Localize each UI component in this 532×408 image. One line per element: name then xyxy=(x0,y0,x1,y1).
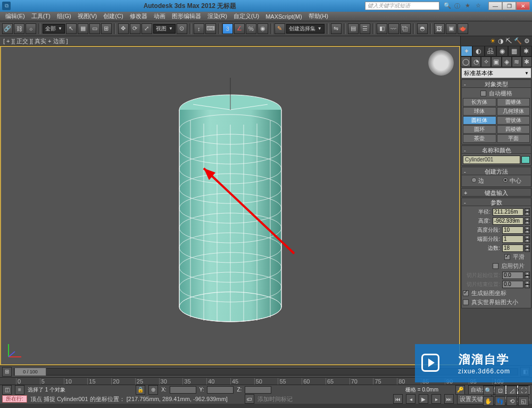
lock-icon[interactable]: 🔒 xyxy=(136,385,145,395)
curve-editor-icon[interactable]: 〰 xyxy=(388,23,399,34)
star-icon[interactable]: ★ xyxy=(465,2,472,10)
coord-x-input[interactable] xyxy=(170,386,196,394)
render-setup-icon[interactable]: 🖼 xyxy=(434,23,445,34)
menu-graph[interactable]: 图形编辑器 xyxy=(169,12,204,20)
object-name-input[interactable]: Cylinder001 xyxy=(463,156,520,164)
layer-icon[interactable]: ☰ xyxy=(360,23,370,34)
next-frame-icon[interactable]: ▸ xyxy=(431,394,441,404)
schematic-icon[interactable]: ⿻ xyxy=(400,23,411,34)
btn-torus[interactable]: 圆环 xyxy=(463,125,496,134)
menu-help[interactable]: 帮助(H) xyxy=(305,12,331,20)
menu-view[interactable]: 视图(V) xyxy=(74,12,101,20)
play-icon[interactable]: ▶ xyxy=(419,394,428,404)
zoom-extents-icon[interactable]: ⛶ xyxy=(518,386,529,395)
material-editor-icon[interactable]: ◓ xyxy=(417,23,428,34)
ref-coord-dropdown[interactable]: 视图 xyxy=(153,24,176,34)
manipulate-icon[interactable]: ↕ xyxy=(194,23,204,34)
time-slider-thumb[interactable]: 0 / 100 xyxy=(14,368,46,376)
pivot-icon[interactable]: ⊙ xyxy=(177,23,187,34)
tab-hierarchy[interactable]: 品 xyxy=(485,46,496,56)
angle-snap-icon[interactable]: ∠ xyxy=(234,23,245,34)
render-frame-icon[interactable]: ▣ xyxy=(446,23,456,34)
autogrid-checkbox[interactable] xyxy=(480,91,486,96)
radius-input[interactable]: 211.216m xyxy=(493,208,523,216)
menu-modifiers[interactable]: 修改器 xyxy=(127,12,151,20)
snap-toggle-icon[interactable]: 3 xyxy=(222,23,233,34)
unlink-icon[interactable]: ⛓ xyxy=(14,23,24,34)
edit-named-sel-icon[interactable]: ✎ xyxy=(275,23,285,34)
tab-motion[interactable]: ◉ xyxy=(496,46,508,56)
light-icon[interactable]: ☀ xyxy=(490,37,496,45)
coord-y-input[interactable] xyxy=(207,386,234,394)
compass-icon[interactable]: ◑ xyxy=(498,37,503,45)
subtab-helpers[interactable]: ◈ xyxy=(502,56,512,67)
orbit-icon[interactable]: ⟲ xyxy=(506,396,517,406)
genuv-checkbox[interactable] xyxy=(463,290,469,296)
close-button[interactable]: ✕ xyxy=(516,2,530,10)
named-sel-dropdown[interactable]: 创建选择集 xyxy=(286,24,325,34)
btn-tube[interactable]: 管状体 xyxy=(497,116,530,125)
tab-utilities[interactable]: ✱ xyxy=(520,46,532,56)
hammer-icon[interactable]: 🔨 xyxy=(514,37,522,45)
rotate-icon[interactable]: ⟳ xyxy=(130,23,140,34)
btn-box[interactable]: 长方体 xyxy=(463,98,496,107)
heightseg-input[interactable]: 10 xyxy=(502,226,523,234)
subtab-geometry[interactable]: ◯ xyxy=(461,56,471,67)
gear-icon[interactable]: ⚙ xyxy=(524,37,530,45)
pan-icon[interactable]: ✋ xyxy=(483,396,494,406)
realworld-checkbox[interactable] xyxy=(463,299,469,305)
subtab-spacewarps[interactable]: ≋ xyxy=(512,56,522,67)
subtab-systems[interactable]: ✱ xyxy=(522,56,532,67)
section-head-method[interactable]: -创建方法 xyxy=(461,167,531,175)
timeline-config-icon[interactable]: ⊞ xyxy=(2,367,12,377)
spinner-snap-icon[interactable]: ◉ xyxy=(257,23,268,34)
goto-start-icon[interactable]: ⏮ xyxy=(393,394,403,404)
tag-icon[interactable]: 🏷 xyxy=(245,394,254,404)
zoom-icon[interactable]: 🔍 xyxy=(483,386,494,395)
subtab-lights[interactable]: ✧ xyxy=(481,56,491,67)
viewport[interactable] xyxy=(0,46,460,365)
primitive-type-dropdown[interactable]: 标准基本体 xyxy=(462,68,531,78)
mirror-icon[interactable]: ⇋ xyxy=(331,23,342,34)
radius-spinner[interactable]: ▲▼ xyxy=(525,208,530,216)
height-spinner[interactable]: ▲▼ xyxy=(525,217,530,225)
btn-teapot[interactable]: 茶壶 xyxy=(463,134,496,143)
status-icon-1[interactable]: ◫ xyxy=(2,385,12,395)
move-icon[interactable]: ✥ xyxy=(118,23,129,34)
smooth-checkbox[interactable] xyxy=(504,254,510,260)
prev-frame-icon[interactable]: ◂ xyxy=(406,394,415,404)
btn-cylinder[interactable]: 圆柱体 xyxy=(463,116,496,125)
select-icon[interactable]: ↖ xyxy=(66,23,77,34)
menu-render[interactable]: 渲染(R) xyxy=(204,12,230,20)
btn-sphere[interactable]: 球体 xyxy=(463,107,496,116)
capseg-spinner[interactable]: ▲▼ xyxy=(525,235,530,243)
sides-spinner[interactable]: ▲▼ xyxy=(525,244,530,252)
align-icon[interactable]: ▤ xyxy=(348,23,359,34)
maximize-button[interactable]: ❐ xyxy=(502,2,516,10)
percent-snap-icon[interactable]: % xyxy=(246,23,256,34)
menu-group[interactable]: 组(G) xyxy=(54,12,74,20)
link-icon[interactable]: 🔗 xyxy=(2,23,13,34)
height-input[interactable]: -962.939m xyxy=(493,217,523,225)
menu-create[interactable]: 创建(C) xyxy=(100,12,126,20)
max-toggle-icon[interactable]: ◱ xyxy=(518,396,529,406)
slice-checkbox[interactable] xyxy=(493,263,498,269)
subtab-shapes[interactable]: ◔ xyxy=(471,56,481,67)
search-icon[interactable]: 🔍 xyxy=(444,2,451,10)
viewcube-icon[interactable] xyxy=(428,50,454,76)
radio-edge[interactable] xyxy=(471,177,477,183)
object-color-swatch[interactable] xyxy=(521,156,530,164)
tab-modify[interactable]: ◐ xyxy=(472,46,484,56)
select-name-icon[interactable]: ▦ xyxy=(78,23,88,34)
walk-icon[interactable]: 👣 xyxy=(495,396,505,406)
tool-icon[interactable]: ⛏ xyxy=(505,37,512,45)
add-time-tag[interactable]: 添加时间标记 xyxy=(257,395,293,403)
section-head-params[interactable]: -参数 xyxy=(461,198,531,206)
sides-input[interactable]: 18 xyxy=(502,244,523,252)
minimize-button[interactable]: — xyxy=(488,2,502,10)
keyboard-icon[interactable]: ⌨ xyxy=(205,23,216,34)
btn-cone[interactable]: 圆锥体 xyxy=(497,98,530,107)
key-icon[interactable]: 🔑 xyxy=(455,385,465,395)
info-icon[interactable]: ⓘ xyxy=(454,2,462,10)
selection-filter-dropdown[interactable]: 全部 xyxy=(43,24,65,34)
